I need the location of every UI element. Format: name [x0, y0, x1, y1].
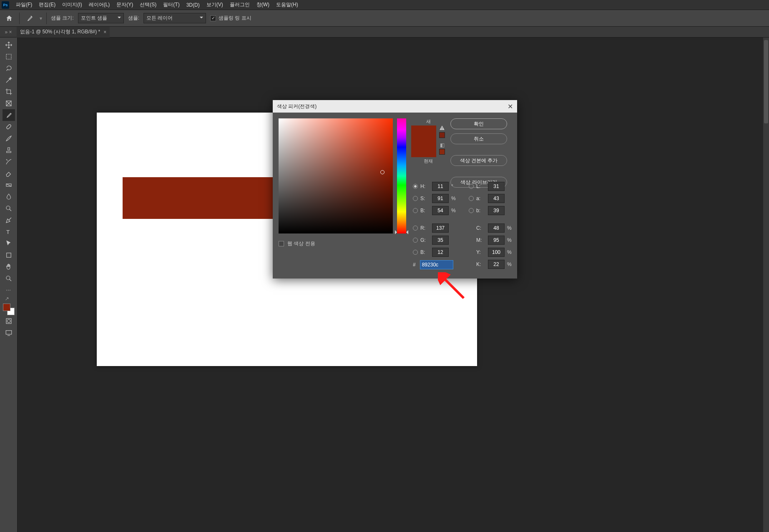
sampling-ring-label: 샘플링 링 표시 — [219, 15, 251, 22]
bb-input[interactable] — [432, 248, 449, 257]
gamut-swatch[interactable] — [439, 132, 445, 138]
marquee-tool[interactable] — [3, 51, 15, 63]
hue-slider[interactable] — [397, 118, 406, 233]
cancel-button[interactable]: 취소 — [450, 133, 507, 144]
path-select-tool[interactable] — [3, 238, 15, 249]
menu-select[interactable]: 선택(S) — [136, 0, 160, 10]
websafe-swatch[interactable] — [439, 149, 445, 155]
b-radio[interactable] — [413, 208, 418, 213]
cube-icon[interactable]: ◧ — [440, 142, 445, 148]
b-label: B: — [420, 208, 430, 213]
zoom-tool[interactable] — [3, 273, 15, 284]
tab-handle-icon[interactable]: » × — [0, 29, 17, 35]
foreground-color-swatch[interactable] — [3, 304, 10, 311]
sample-size-dropdown[interactable]: 포인트 샘플 — [78, 13, 124, 23]
bb-radio[interactable] — [413, 250, 418, 255]
gradient-tool[interactable] — [3, 179, 15, 191]
swap-colors-icon[interactable] — [3, 296, 15, 302]
type-tool[interactable]: T — [3, 226, 15, 238]
r-input[interactable] — [432, 223, 449, 233]
g-input[interactable] — [432, 236, 449, 245]
color-picker-dialog: 색상 피커(전경색) ✕ 웹 색상 전용 — [273, 100, 517, 279]
close-tab-icon[interactable]: × — [103, 29, 106, 35]
hand-tool[interactable] — [3, 261, 15, 273]
eyedropper-tool-icon[interactable] — [24, 13, 35, 24]
m-label: M: — [476, 237, 485, 243]
g-radio[interactable] — [413, 238, 418, 243]
menu-layer[interactable]: 레이어(L) — [85, 0, 113, 10]
stamp-tool[interactable] — [3, 144, 15, 156]
b-input[interactable] — [432, 206, 449, 215]
home-icon[interactable] — [3, 13, 15, 24]
color-picker-titlebar[interactable]: 색상 피커(전경색) ✕ — [273, 100, 517, 113]
sample-label: 샘플: — [128, 15, 139, 22]
color-field-marker[interactable] — [380, 170, 384, 174]
h-radio[interactable] — [413, 184, 418, 189]
current-color-swatch[interactable] — [411, 141, 436, 157]
a-radio[interactable] — [469, 196, 474, 201]
divider — [46, 13, 47, 24]
healing-tool[interactable] — [3, 121, 15, 133]
k-input[interactable] — [488, 260, 505, 269]
hex-input[interactable] — [420, 260, 453, 269]
a-input[interactable] — [488, 194, 505, 203]
h-unit: ° — [451, 183, 457, 189]
hue-slider-marker[interactable] — [395, 230, 408, 234]
m-input[interactable] — [488, 236, 505, 245]
shape-tool[interactable] — [3, 249, 15, 261]
move-tool[interactable] — [3, 39, 15, 51]
s-input[interactable] — [432, 194, 449, 203]
c-input[interactable] — [488, 223, 505, 233]
color-field[interactable] — [279, 118, 393, 233]
close-icon[interactable]: ✕ — [508, 103, 513, 110]
add-swatch-button[interactable]: 색상 견본에 추가 — [450, 155, 507, 166]
lab-b-input[interactable] — [488, 206, 505, 215]
menu-filter[interactable]: 필터(T) — [160, 0, 183, 10]
web-colors-checkbox[interactable] — [279, 241, 284, 246]
menu-type[interactable]: 문자(Y) — [113, 0, 136, 10]
color-swatches[interactable] — [3, 304, 15, 315]
canvas-area[interactable]: 색상 피커(전경색) ✕ 웹 색상 전용 — [18, 38, 769, 532]
sample-layers-dropdown[interactable]: 모든 레이어 — [143, 13, 206, 23]
quickmask-tool[interactable] — [3, 315, 15, 327]
wand-tool[interactable] — [3, 74, 15, 86]
lab-b-radio[interactable] — [469, 208, 474, 213]
screen-mode-tool[interactable] — [3, 327, 15, 339]
vertical-scrollbar[interactable] — [763, 38, 769, 532]
frame-tool[interactable] — [3, 98, 15, 109]
menu-plugin[interactable]: 플러그인 — [226, 0, 253, 10]
brush-tool[interactable] — [3, 133, 15, 144]
pen-tool[interactable] — [3, 214, 15, 226]
menu-3d[interactable]: 3D(D) — [183, 0, 203, 10]
eraser-tool[interactable] — [3, 168, 15, 179]
menu-edit[interactable]: 편집(E) — [35, 0, 59, 10]
l-input[interactable] — [488, 182, 505, 191]
history-brush-tool[interactable] — [3, 156, 15, 168]
menu-image[interactable]: 이미지(I) — [59, 0, 85, 10]
ps-logo-icon: Ps — [2, 1, 9, 9]
web-colors-only[interactable]: 웹 색상 전용 — [279, 240, 406, 247]
eyedropper-tool[interactable] — [3, 109, 15, 121]
menu-window[interactable]: 창(W) — [253, 0, 273, 10]
y-input[interactable] — [488, 248, 505, 257]
edit-toolbar[interactable]: ⋯ — [3, 284, 15, 296]
menu-bar: Ps 파일(F) 편집(E) 이미지(I) 레이어(L) 문자(Y) 선택(S)… — [0, 0, 769, 10]
menu-view[interactable]: 보기(V) — [203, 0, 226, 10]
blur-tool[interactable] — [3, 191, 15, 203]
lasso-tool[interactable] — [3, 63, 15, 74]
dodge-tool[interactable] — [3, 203, 15, 214]
s-radio[interactable] — [413, 196, 418, 201]
menu-help[interactable]: 도움말(H) — [273, 0, 302, 10]
ok-button[interactable]: 확인 — [450, 118, 507, 129]
h-input[interactable] — [432, 182, 449, 191]
sampling-ring-checkbox[interactable] — [210, 15, 216, 21]
crop-tool[interactable] — [3, 86, 15, 98]
document-tab[interactable]: 없음-1 @ 50% (사각형 1, RGB/8#) * × — [17, 27, 110, 38]
k-label: K: — [476, 261, 485, 267]
l-radio[interactable] — [469, 184, 474, 189]
lab-b-label: b: — [476, 208, 485, 213]
r-radio[interactable] — [413, 226, 418, 231]
gamut-warning-icon[interactable] — [439, 125, 445, 131]
scrollbar-thumb[interactable] — [764, 40, 768, 123]
menu-file[interactable]: 파일(F) — [13, 0, 35, 10]
